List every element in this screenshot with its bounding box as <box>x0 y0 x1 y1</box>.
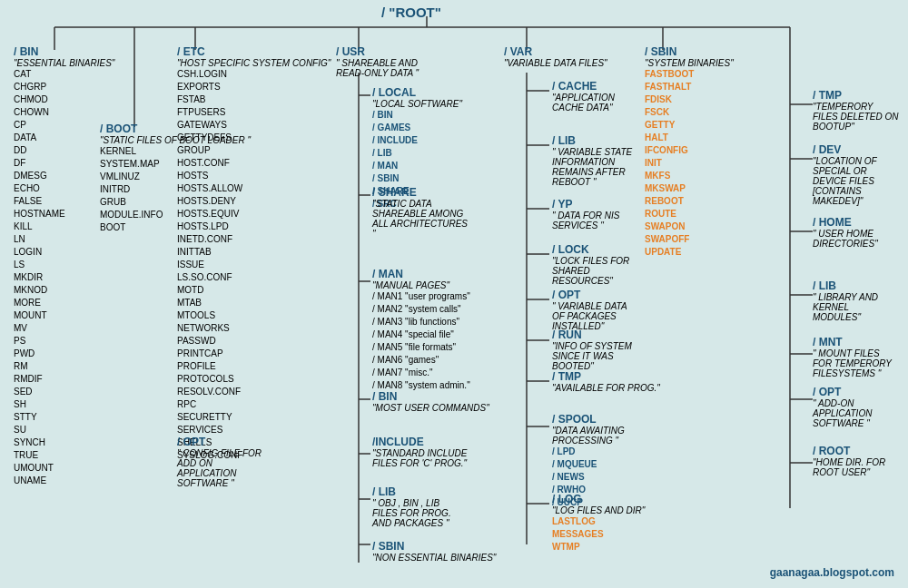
var-lock-node: / LOCK "LOCK FILES FOR SHARED RESOURCES" <box>552 243 643 286</box>
var-lib-node: / LIB " VARIABLE STATE INFORMATION REMAI… <box>552 134 634 187</box>
right-tmp-node: / TMP "TEMPERORY FILES DELETED ON BOOTUP… <box>813 89 899 132</box>
usr-lib-node: / LIB " OBJ , BIN , LIB FILES FOR PROG. … <box>372 485 463 528</box>
etc-node: / ETC "HOST SPECIFIC SYSTEM CONFIG" CSH.… <box>177 45 331 462</box>
var-yp-node: / YP " DATA FOR NIS SERVICES " <box>552 198 634 230</box>
usr-bin-node: / BIN "MOST USER COMMANDS" <box>372 390 489 413</box>
var-opt-node: / OPT " VARIABLE DATA OF PACKAGES INSTAL… <box>552 289 634 331</box>
etc-opt-node: / OPT " CONFIG FILE FOR ADD ON APPLICATI… <box>177 436 268 488</box>
root-title: / "ROOT" <box>381 5 441 20</box>
var-node: / VAR "VARIABLE DATA FILES" <box>504 45 607 68</box>
right-home-node: / HOME " USER HOME DIRECTORIES" <box>813 216 899 249</box>
usr-sbin-node: / SBIN "NON ESSENTIAL BINARIES" <box>372 540 496 563</box>
watermark: gaanagaa.blogspot.com <box>770 566 894 579</box>
var-log-list: LASTLOG MESSAGES WTMP <box>552 515 645 554</box>
right-opt-node: / OPT " ADD-ON APPLICATION SOFTWARE " <box>813 386 899 428</box>
sbin-node: / SBIN "SYSTEM BINARIES" FASTBOOT FASTHA… <box>645 45 734 259</box>
sbin-list: FASTBOOT FASTHALT FDISK FSCK GETTY HALT … <box>645 68 734 259</box>
right-dev-node: / DEV "LOCATION OF SPECIAL OR DEVICE FIL… <box>813 143 899 206</box>
right-mnt-node: / MNT " MOUNT FILES FOR TEMPERORY FILESY… <box>813 336 899 378</box>
right-lib-node: / LIB " LIBRARY AND KERNEL MODULES" <box>813 279 899 322</box>
etc-list: CSH.LOGIN EXPORTS FSTAB FTPUSERS GATEWAY… <box>177 68 331 462</box>
var-cache-node: / CACHE "APPLICATION CACHE DATA" <box>552 80 634 113</box>
usr-node: / USR " SHAREABLE AND READ-ONLY DATA " <box>336 45 436 78</box>
usr-include-node: /INCLUDE "STANDARD INCLUDE FILES FOR 'C'… <box>372 436 472 468</box>
right-root-node: / ROOT "HOME DIR. FOR ROOT USER" <box>813 445 899 477</box>
var-tmp-node: / TMP "AVAILABLE FOR PROG." <box>552 370 660 393</box>
var-log-node: / LOG "LOG FILES AND DIR" LASTLOG MESSAG… <box>552 493 645 554</box>
usr-share-node: / SHARE "STATIC DATA SHAREABLE AMONG ALL… <box>372 186 472 239</box>
page-container: / "ROOT" / BIN "ESSENTIAL BINARIES" CAT … <box>0 0 908 588</box>
bin-node: / BIN "ESSENTIAL BINARIES" CAT CHGRP CHM… <box>14 45 114 487</box>
var-run-node: / RUN "INFO OF SYSTEM SINCE IT WAS BOOTE… <box>552 328 643 371</box>
usr-man-node: / MAN "MANUAL PAGES" / MAN1 "user progra… <box>372 268 470 392</box>
usr-man-list: / MAN1 "user programs" / MAN2 "system ca… <box>372 290 470 392</box>
